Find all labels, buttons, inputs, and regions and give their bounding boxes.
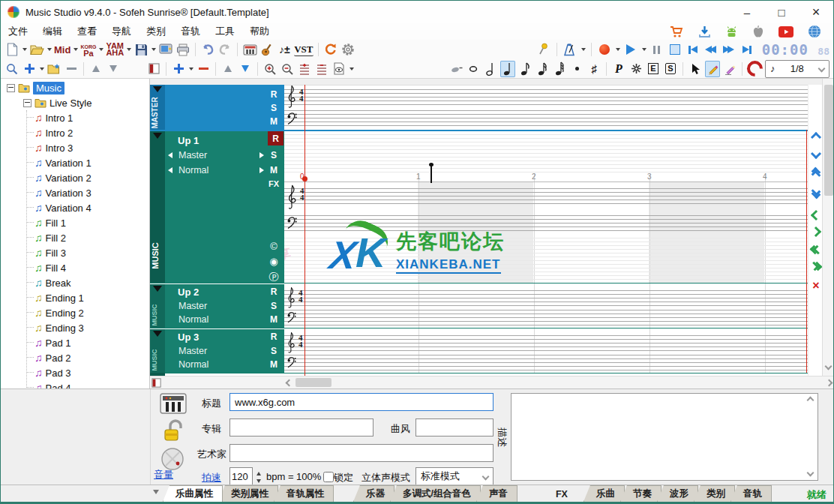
menu-file[interactable]: 文件 <box>1 25 35 38</box>
tree-item-break[interactable]: ♫Break <box>27 275 149 290</box>
up3-treble-staff[interactable] <box>284 335 808 351</box>
tab-multimode-voice[interactable]: 多调式/组合音色 <box>390 485 481 502</box>
sharp-button[interactable]: ♯ <box>586 61 602 77</box>
add-track-button[interactable] <box>171 61 186 77</box>
horizontal-scrollbar[interactable] <box>150 376 834 388</box>
up2-bass-staff[interactable] <box>284 310 808 326</box>
tree-item-variation-4[interactable]: ♫Variation 4 <box>27 200 149 215</box>
master-track-header[interactable]: MASTER R S M <box>150 85 284 130</box>
whole-note-button[interactable] <box>466 61 481 77</box>
download-icon[interactable] <box>698 26 711 38</box>
tree-group-live-style[interactable]: Live Style <box>1 95 149 110</box>
pencil-tool-button[interactable] <box>705 61 720 77</box>
tree-item-fill-4[interactable]: ♫Fill 4 <box>27 260 149 275</box>
breve-note-button[interactable] <box>448 61 464 77</box>
zoom-in-button[interactable] <box>262 61 278 77</box>
tab-waveform[interactable]: 波形 <box>657 485 698 502</box>
collapse-track-icon[interactable] <box>153 331 162 337</box>
vertical-scrollbar[interactable] <box>822 79 834 376</box>
tab-category-properties[interactable]: 类别属性 <box>218 485 278 502</box>
master-record-button[interactable]: R <box>266 89 281 100</box>
tree-item-variation-1[interactable]: ♫Variation 1 <box>27 155 149 170</box>
expression-button[interactable]: E <box>646 61 661 77</box>
spin-up-icon[interactable] <box>256 472 261 476</box>
artist-input[interactable] <box>230 444 494 462</box>
microphone-button[interactable] <box>536 41 551 58</box>
symbol-button[interactable]: S <box>663 61 678 77</box>
pause-button[interactable] <box>650 41 664 58</box>
eraser-tool-button[interactable] <box>722 61 737 77</box>
track-name[interactable]: Up 3 <box>178 332 199 343</box>
paste-category-button[interactable] <box>46 61 62 77</box>
vst-plugin-button[interactable]: VST <box>294 43 313 56</box>
tree-item-fill-1[interactable]: ♫Fill 1 <box>27 215 149 230</box>
minimize-button[interactable]: – <box>730 1 764 23</box>
up2-track-header[interactable]: MUSIC Up 2 Master Normal R S M <box>150 284 284 328</box>
tempo-input[interactable] <box>230 467 253 485</box>
previous-bar-button[interactable] <box>686 41 700 58</box>
youtube-icon[interactable] <box>778 26 794 38</box>
description-input[interactable] <box>511 393 818 481</box>
rewind-button[interactable] <box>704 41 718 58</box>
tree-item-variation-3[interactable]: ♫Variation 3 <box>27 185 149 200</box>
add-category-button[interactable] <box>22 61 37 77</box>
prev-icon[interactable] <box>168 152 172 158</box>
move-track-up-button[interactable] <box>220 61 236 77</box>
track-mode-selector[interactable]: Normal <box>168 359 208 370</box>
print-button[interactable] <box>176 41 190 58</box>
copyright-badge[interactable]: © <box>266 241 281 252</box>
panel-corner-icon[interactable] <box>152 378 161 388</box>
expand-staff-button[interactable] <box>297 61 312 77</box>
keyboard-instrument-button[interactable] <box>242 41 257 58</box>
menu-edit[interactable]: 编辑 <box>35 25 70 38</box>
track-record-button[interactable]: R <box>268 131 284 146</box>
half-note-button[interactable] <box>483 61 498 77</box>
tree-item-fill-2[interactable]: ♫Fill 2 <box>27 230 149 245</box>
quarter-note-button[interactable] <box>500 61 515 77</box>
spin-down-icon[interactable] <box>256 479 261 483</box>
up3-track-strip[interactable]: MUSIC <box>150 329 165 373</box>
title-input[interactable] <box>230 393 494 411</box>
up1-track-strip[interactable]: MUSIC <box>150 131 165 283</box>
up3-track-header[interactable]: MUSIC Up 3 Master Normal R S M <box>150 329 284 373</box>
tab-sound[interactable]: 声音 <box>476 485 518 502</box>
metronome-dropdown[interactable] <box>581 48 586 51</box>
nav-right-button[interactable] <box>812 227 820 236</box>
nav-double-right-button[interactable] <box>812 262 820 271</box>
save-dropdown[interactable] <box>152 48 156 51</box>
album-input[interactable] <box>230 418 374 436</box>
refresh-button[interactable] <box>323 41 338 58</box>
tempo-lock-checkbox[interactable] <box>323 472 334 482</box>
prev-icon[interactable] <box>168 167 172 173</box>
menu-category[interactable]: 类别 <box>139 25 173 38</box>
move-track-down-button[interactable] <box>238 61 253 77</box>
track-name[interactable]: Up 2 <box>178 286 199 298</box>
collapse-icon[interactable] <box>7 84 15 92</box>
master-solo-button[interactable]: S <box>266 103 281 113</box>
up2-treble-staff[interactable] <box>284 290 808 306</box>
tab-track-properties[interactable]: 音轨属性 <box>274 485 334 502</box>
nav-close-button[interactable]: × <box>812 281 820 290</box>
nav-double-left-button[interactable] <box>812 245 820 254</box>
arpeggio-button[interactable] <box>628 61 644 77</box>
fast-forward-button[interactable] <box>722 41 736 58</box>
next-icon[interactable] <box>260 167 264 173</box>
metronome-button[interactable] <box>562 41 578 58</box>
tab-list-dropdown[interactable] <box>153 490 159 494</box>
tree-item-ending-2[interactable]: ♫Ending 2 <box>27 305 149 320</box>
eighth-note-button[interactable] <box>518 61 532 77</box>
track-bus-selector[interactable]: Master <box>168 150 267 160</box>
track-mute-button[interactable]: M <box>266 314 281 325</box>
yamaha-button[interactable]: YAMAHA <box>106 41 124 58</box>
registered-badge[interactable]: ◉ <box>266 256 281 267</box>
undo-button[interactable] <box>200 41 215 58</box>
pedal-button[interactable]: P <box>611 61 626 77</box>
menu-help[interactable]: 帮助 <box>242 25 277 38</box>
cart-icon[interactable] <box>670 26 684 38</box>
tree-item-pad-2[interactable]: ♫Pad 2 <box>27 350 149 365</box>
snap-value-dropdown[interactable]: ♪ 1/8 <box>765 60 830 78</box>
new-file-button[interactable] <box>4 41 20 58</box>
tempo-link[interactable]: 拍速 <box>202 471 221 484</box>
record-button[interactable] <box>597 41 612 58</box>
nav-left-button[interactable] <box>812 211 820 220</box>
